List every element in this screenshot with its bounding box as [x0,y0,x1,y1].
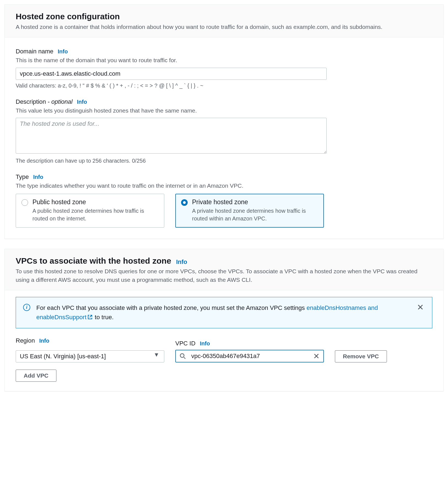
panel-header: VPCs to associate with the hosted zone I… [5,249,443,290]
tile-title: Private hosted zone [192,198,318,206]
description-counter: The description can have up to 256 chara… [16,158,432,164]
info-icon: i [23,304,30,311]
section-title: VPCs to associate with the hosted zone [16,256,171,265]
domain-name-label: Domain name [16,48,53,55]
radio-checked-icon [181,199,188,206]
info-link[interactable]: Info [176,258,187,265]
description-hint: This value lets you distinguish hosted z… [16,107,432,114]
add-vpc-button[interactable]: Add VPC [16,370,56,382]
tile-title: Public hosted zone [32,198,159,206]
domain-name-field: Domain name Info This is the name of the… [16,48,432,89]
external-link-icon [88,315,92,320]
type-label: Type [16,173,29,181]
clear-icon[interactable]: ✕ [313,352,319,361]
radio-unchecked-icon [21,199,28,206]
section-title: Hosted zone configuration [16,12,120,21]
vpcs-panel: VPCs to associate with the hosted zone I… [4,249,444,392]
type-field: Type Info The type indicates whether you… [16,173,432,227]
description-label: Description - optional [16,98,73,105]
description-field: Description - optional Info This value l… [16,98,432,164]
svg-point-0 [180,354,184,357]
info-link[interactable]: Info [58,48,68,54]
info-link[interactable]: Info [200,340,210,346]
vpc-id-input[interactable] [175,350,324,362]
section-description: To use this hosted zone to resolve DNS q… [16,267,432,284]
type-hint: The type indicates whether you want to r… [16,182,432,190]
vpc-id-label: VPC ID [175,340,195,347]
hosted-zone-config-panel: Hosted zone configuration A hosted zone … [4,4,444,239]
close-icon[interactable]: ✕ [416,303,425,312]
domain-name-hint: This is the name of the domain that you … [16,56,432,64]
public-hosted-zone-tile[interactable]: Public hosted zone A public hosted zone … [16,194,164,228]
vpc-id-field: VPC ID Info ✕ [175,340,324,362]
region-field: Region Info ▼ [16,337,164,362]
info-link[interactable]: Info [39,338,50,344]
info-link[interactable]: Info [33,174,43,180]
tile-description: A public hosted zone determines how traf… [32,207,159,222]
section-description: A hosted zone is a container that holds … [16,23,432,31]
private-hosted-zone-tile[interactable]: Private hosted zone A private hosted zon… [175,194,324,228]
search-icon [180,353,186,359]
region-select[interactable] [16,350,164,362]
info-link[interactable]: Info [77,99,87,105]
panel-header: Hosted zone configuration A hosted zone … [5,5,443,37]
domain-name-input[interactable] [16,68,327,80]
remove-vpc-button[interactable]: Remove VPC [335,350,387,362]
info-alert: i For each VPC that you associate with a… [16,297,432,328]
region-label: Region [16,337,35,344]
description-input[interactable] [16,118,327,154]
alert-text: For each VPC that you associate with a p… [36,303,410,322]
tile-description: A private hosted zone determines how tra… [192,207,318,222]
domain-name-constraint: Valid characters: a-z, 0-9, ! " # $ % & … [16,83,432,89]
